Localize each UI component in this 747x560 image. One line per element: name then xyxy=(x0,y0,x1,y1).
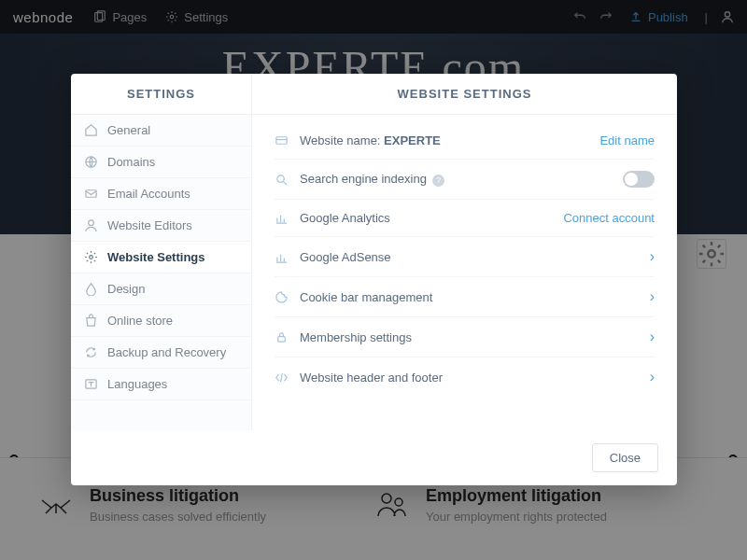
chevron-right-icon: › xyxy=(650,288,655,305)
sidebar-item-languages[interactable]: Languages xyxy=(71,369,251,400)
sidebar-item-label: Email Accounts xyxy=(107,187,190,201)
sidebar-item-domains[interactable]: Domains xyxy=(71,147,251,178)
chart-icon xyxy=(275,211,289,225)
user-icon xyxy=(84,218,98,232)
sidebar-item-backup[interactable]: Backup and Recovery xyxy=(71,337,251,369)
svg-point-10 xyxy=(90,256,93,259)
lock-icon xyxy=(275,330,289,344)
row-label: Cookie bar management xyxy=(300,290,650,304)
row-label: Membership settings xyxy=(300,330,650,344)
sidebar-item-label: Online store xyxy=(107,314,173,328)
mail-icon xyxy=(84,187,98,201)
sidebar-item-label: Website Settings xyxy=(107,250,205,264)
drop-icon xyxy=(84,282,98,296)
row-membership[interactable]: Membership settings › xyxy=(275,317,655,357)
globe-icon xyxy=(84,155,98,169)
sidebar-item-website-settings[interactable]: Website Settings xyxy=(71,242,251,273)
svg-point-9 xyxy=(89,220,94,226)
sidebar-item-email[interactable]: Email Accounts xyxy=(71,178,251,210)
svg-rect-14 xyxy=(278,336,286,342)
modal-footer: Close xyxy=(71,430,677,485)
cookie-icon xyxy=(275,290,289,304)
card-icon xyxy=(275,133,289,147)
sidebar-item-label: Design xyxy=(107,282,145,296)
code-icon xyxy=(275,371,289,385)
row-label: Google Analytics xyxy=(300,211,563,225)
row-cookie[interactable]: Cookie bar management › xyxy=(275,277,655,317)
row-website-name: Website name: EXPERTE Edit name xyxy=(275,122,655,160)
svg-rect-8 xyxy=(86,190,96,198)
row-analytics: Google Analytics Connect account xyxy=(275,200,655,237)
edit-name-link[interactable]: Edit name xyxy=(599,133,655,147)
row-label: Website header and footer xyxy=(300,371,650,385)
search-icon xyxy=(275,173,289,187)
gear-icon xyxy=(84,250,98,264)
chevron-right-icon: › xyxy=(650,329,655,345)
language-icon xyxy=(84,377,98,391)
row-label: Google AdSense xyxy=(300,250,650,264)
row-header-footer[interactable]: Website header and footer › xyxy=(275,357,655,397)
sidebar-item-store[interactable]: Online store xyxy=(71,305,251,337)
sidebar-item-design[interactable]: Design xyxy=(71,273,251,305)
sidebar-item-label: Website Editors xyxy=(107,218,192,232)
sidebar-item-label: Languages xyxy=(107,377,167,391)
sidebar-item-label: Domains xyxy=(107,155,155,169)
seo-toggle[interactable] xyxy=(623,171,655,188)
connect-account-link[interactable]: Connect account xyxy=(563,211,655,225)
settings-modal: SETTINGS WEBSITE SETTINGS General Domain… xyxy=(71,74,677,485)
refresh-icon xyxy=(84,345,98,359)
help-icon[interactable]: ? xyxy=(432,175,444,187)
sidebar-title: SETTINGS xyxy=(71,74,252,114)
row-label: Search engine indexing? xyxy=(300,172,623,187)
chevron-right-icon: › xyxy=(650,369,655,385)
row-adsense[interactable]: Google AdSense › xyxy=(275,237,655,277)
bag-icon xyxy=(84,314,98,328)
row-label: Website name: EXPERTE xyxy=(300,133,599,147)
home-icon xyxy=(84,123,98,137)
svg-rect-12 xyxy=(276,137,287,145)
svg-point-13 xyxy=(277,175,285,182)
sidebar-item-general[interactable]: General xyxy=(71,115,251,147)
settings-content: Website name: EXPERTE Edit name Search e… xyxy=(252,115,677,430)
sidebar-item-label: Backup and Recovery xyxy=(107,345,226,359)
settings-sidebar: General Domains Email Accounts Website E… xyxy=(71,115,252,430)
modal-header: SETTINGS WEBSITE SETTINGS xyxy=(71,74,677,115)
sidebar-item-label: General xyxy=(107,123,150,137)
close-button[interactable]: Close xyxy=(592,443,658,472)
row-seo: Search engine indexing? xyxy=(275,160,655,200)
content-title: WEBSITE SETTINGS xyxy=(252,74,677,114)
chart-icon xyxy=(275,250,289,264)
sidebar-item-editors[interactable]: Website Editors xyxy=(71,210,251,242)
chevron-right-icon: › xyxy=(650,248,655,265)
